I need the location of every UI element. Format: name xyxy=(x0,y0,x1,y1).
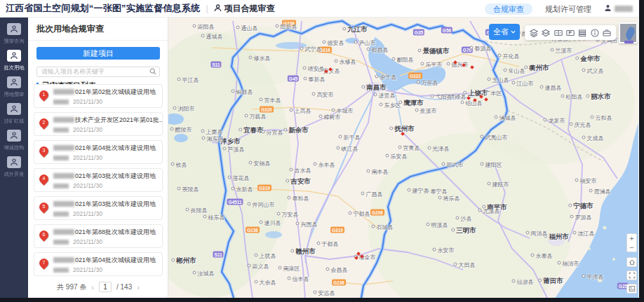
window-bottom-edge xyxy=(0,298,644,302)
sidebar-item-icon xyxy=(7,156,21,168)
sidebar-item-1[interactable]: 批次用地 xyxy=(0,50,28,71)
new-project-button[interactable]: 新建项目 xyxy=(36,47,160,60)
sidebar-item-label: 用地预审 xyxy=(1,91,27,98)
project-list: 1021年第02批次城镇建设用地2021/11/302技术产业开发区2021年第… xyxy=(28,84,168,280)
project-list-item-3[interactable]: 3021年第04批次城市建设用地2021/11/30 xyxy=(34,140,163,164)
legend-icon[interactable] xyxy=(577,27,588,38)
project-date-row: 2021/11/30 xyxy=(53,210,159,217)
title-divider: | xyxy=(206,4,208,13)
review-panel: 批次用地合规审查 新建项目 已审查项目列表 1021年第02批次城镇建设用地20… xyxy=(28,18,168,302)
project-list-item-2[interactable]: 2技术产业开发区2021年第01批...2021/11/30 xyxy=(34,112,163,136)
map-pin-icon: 3 xyxy=(37,144,50,157)
project-title: 021年第88批次城市建设用地 xyxy=(53,228,159,237)
redacted-prefix xyxy=(53,229,74,235)
redacted-prefix xyxy=(53,117,74,123)
redacted-owner xyxy=(53,212,69,217)
header-nav-1[interactable]: 规划许可管理 xyxy=(545,5,591,13)
redacted-owner xyxy=(53,99,69,104)
project-date: 2021/11/30 xyxy=(73,210,102,217)
pagination: 共 997 条 ‹ 1 / 143 › xyxy=(28,282,168,292)
layers-icon[interactable] xyxy=(528,27,539,38)
map-pin-icon: 7 xyxy=(37,256,50,269)
project-date: 2021/11/30 xyxy=(73,98,102,105)
sidebar-item-label: 涉矿红线 xyxy=(1,118,27,125)
sidebar-item-5[interactable]: 成片开发 xyxy=(0,156,28,178)
project-date-row: 2021/11/30 xyxy=(53,238,159,245)
header-nav: 合规审查规划许可管理 xyxy=(485,2,604,15)
redacted-owner xyxy=(53,240,69,245)
sidebar-item-0[interactable]: 预审查询 xyxy=(0,23,28,45)
region-selector-button[interactable]: 全省 xyxy=(489,24,520,40)
module-wrap: 项目合规审查 xyxy=(214,2,275,15)
home-extent-button[interactable] xyxy=(626,257,637,267)
zoom-in-button[interactable]: + xyxy=(626,233,637,243)
project-list-item-6[interactable]: 6021年第88批次城市建设用地2021/11/30 xyxy=(34,224,163,248)
fullscreen-button[interactable] xyxy=(626,270,637,280)
project-date: 2021/11/30 xyxy=(73,126,102,133)
sidebar-item-label: 批次用地 xyxy=(1,64,27,71)
project-date-row: 2021/11/30 xyxy=(53,98,159,105)
redacted-prefix xyxy=(53,89,74,95)
sidebar-item-icon xyxy=(7,50,21,62)
map-pin-icon: 2 xyxy=(37,116,50,129)
home-icon xyxy=(629,259,636,266)
header-nav-0[interactable]: 合规审查 xyxy=(485,4,532,15)
sidebar-item-label: 预审查询 xyxy=(1,38,27,45)
top-header: 江西省国土空间规划“一张图”实施监督信息系统 | 项目合规审查 合规审查规划许可… xyxy=(0,0,644,18)
prev-page-button[interactable]: ‹ xyxy=(91,283,94,291)
basemap-icon[interactable] xyxy=(541,27,551,38)
window-right-edge xyxy=(639,0,644,302)
user-name-redacted xyxy=(615,6,633,12)
basemap-preview-button[interactable] xyxy=(626,284,637,294)
image-icon xyxy=(629,285,636,292)
app-title: 江西省国土空间规划“一张图”实施监督信息系统 xyxy=(6,2,200,15)
sidebar-item-4[interactable]: 增减挂钩 xyxy=(0,130,28,151)
flag-icon[interactable] xyxy=(565,27,575,38)
project-date-row: 2021/11/30 xyxy=(53,154,159,161)
project-date: 2021/11/30 xyxy=(73,154,102,161)
module-icon xyxy=(214,2,222,15)
map-pin-icon: 5 xyxy=(37,200,50,213)
sidebar-item-label: 增减挂钩 xyxy=(1,144,27,151)
project-list-item-7[interactable]: 7021年第04批次城镇建设用地2021/11/30 xyxy=(34,252,163,276)
module-title: 项目合规审查 xyxy=(224,3,275,15)
project-date: 2021/11/30 xyxy=(73,182,102,189)
project-date: 2021/11/30 xyxy=(73,238,102,245)
fullscreen-icon xyxy=(629,272,636,279)
sidebar-item-2[interactable]: 用地预审 xyxy=(0,76,28,98)
map-pin-icon: 1 xyxy=(37,88,50,101)
project-title: 021年第02批次城镇建设用地 xyxy=(53,88,159,97)
map-pin-icon: 6 xyxy=(37,228,50,241)
search-wrap xyxy=(36,64,159,74)
info-icon[interactable] xyxy=(589,27,600,38)
zoom-out-button[interactable]: − xyxy=(626,242,637,252)
sidebar-item-3[interactable]: 涉矿红线 xyxy=(0,103,28,125)
project-date: 2021/11/30 xyxy=(73,266,102,273)
page-count: / 143 xyxy=(116,283,132,291)
project-list-item-4[interactable]: 4021年第03批次城市建设用地2021/11/30 xyxy=(34,168,163,192)
map-canvas[interactable]: 南昌市九江市景德镇市上饶市鹰潭市抚州市新余市宜春市萍乡市吉安市赣州市衢州市金华市… xyxy=(168,18,638,302)
next-page-button[interactable]: › xyxy=(137,283,140,291)
pagination-total: 共 997 条 xyxy=(57,282,86,292)
project-title: 021年第03批次城市建设用地 xyxy=(53,200,159,209)
sidebar-item-icon xyxy=(7,76,21,88)
search-icon[interactable] xyxy=(149,65,156,78)
redacted-owner xyxy=(53,128,69,132)
search-input[interactable] xyxy=(36,67,160,77)
chevron-down-icon xyxy=(511,30,516,34)
redacted-owner xyxy=(53,184,69,188)
page-number-input[interactable]: 1 xyxy=(99,282,112,292)
toolbox-icon[interactable] xyxy=(602,27,612,38)
user-menu[interactable] xyxy=(604,2,633,15)
sidebar-item-icon xyxy=(7,103,21,115)
map-base-graphics xyxy=(168,18,638,302)
project-list-item-1[interactable]: 1021年第02批次城镇建设用地2021/11/30 xyxy=(34,84,163,108)
user-avatar-icon xyxy=(604,2,612,15)
project-list-item-5[interactable]: 5021年第03批次城市建设用地2021/11/30 xyxy=(34,196,163,220)
minimap-chip xyxy=(624,41,633,43)
app-window: 江西省国土空间规划“一张图”实施监督信息系统 | 项目合规审查 合规审查规划许可… xyxy=(0,0,644,302)
overview-minimap[interactable] xyxy=(619,22,638,43)
project-date-row: 2021/11/30 xyxy=(53,182,159,189)
project-date-row: 2021/11/30 xyxy=(53,266,159,273)
swipe-icon[interactable] xyxy=(553,27,563,38)
